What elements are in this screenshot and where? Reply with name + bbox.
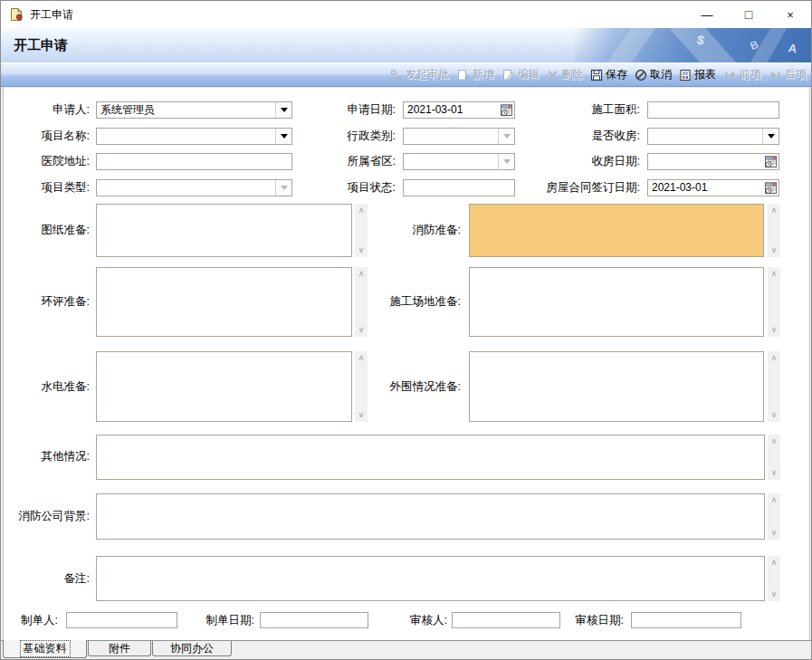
banner-decoration: $ B A bbox=[574, 28, 811, 62]
minimize-button[interactable]: — bbox=[686, 1, 728, 28]
surroundings-prep-scrollbar[interactable] bbox=[768, 351, 780, 422]
drawing-prep-textarea[interactable] bbox=[96, 204, 352, 257]
env-prep-textarea[interactable] bbox=[96, 267, 352, 337]
create-date-label: 制单日期: bbox=[191, 612, 254, 629]
edit-button[interactable]: 编辑 bbox=[498, 64, 543, 85]
previous-item-button[interactable]: 前项 bbox=[720, 64, 765, 85]
delete-button[interactable]: 删除 bbox=[543, 64, 587, 85]
start-approval-button[interactable]: 发起审批 bbox=[386, 64, 453, 85]
save-button[interactable]: 保存 bbox=[587, 64, 631, 85]
construction-area-label: 施工面积: bbox=[544, 101, 640, 119]
scroll-down-icon[interactable] bbox=[355, 410, 368, 420]
next-item-button[interactable]: 后项 bbox=[765, 64, 810, 85]
edit-pencil-icon bbox=[502, 69, 515, 81]
remark-scrollbar[interactable] bbox=[768, 556, 780, 601]
applicant-value: 系统管理员 bbox=[100, 103, 155, 117]
creator-input[interactable] bbox=[66, 612, 177, 628]
house-accepted-label: 是否收房: bbox=[544, 128, 640, 145]
contract-sign-date-label: 房屋合同签订日期: bbox=[526, 179, 640, 196]
hospital-address-label: 医院地址: bbox=[8, 153, 90, 170]
surroundings-prep-textarea[interactable] bbox=[469, 351, 764, 422]
tab-attachments[interactable]: 附件 bbox=[88, 641, 151, 656]
other-info-label: 其他情况: bbox=[8, 448, 90, 465]
apply-date-value: 2021-03-01 bbox=[407, 103, 463, 117]
other-info-scrollbar[interactable] bbox=[768, 435, 780, 480]
tab-collaboration[interactable]: 协同办公 bbox=[152, 641, 232, 656]
save-floppy-icon bbox=[590, 69, 603, 81]
chevron-down-icon[interactable] bbox=[498, 154, 514, 169]
scroll-up-icon[interactable] bbox=[768, 269, 780, 279]
house-accept-date-label: 收房日期: bbox=[544, 153, 640, 170]
province-combobox[interactable] bbox=[403, 153, 515, 170]
scroll-up-icon[interactable] bbox=[355, 269, 368, 279]
scroll-down-icon[interactable] bbox=[768, 468, 780, 478]
project-type-combobox[interactable] bbox=[96, 179, 292, 196]
fire-prep-textarea[interactable] bbox=[469, 204, 764, 257]
chevron-down-icon[interactable] bbox=[275, 102, 291, 118]
env-prep-scrollbar[interactable] bbox=[355, 267, 368, 337]
apply-date-field[interactable]: 2021-03-01 bbox=[403, 101, 515, 119]
surroundings-prep-label: 外围情况准备: bbox=[372, 378, 461, 396]
scroll-down-icon[interactable] bbox=[355, 325, 368, 335]
calendar-icon[interactable] bbox=[763, 155, 778, 168]
remark-textarea[interactable] bbox=[96, 556, 765, 601]
project-status-input[interactable] bbox=[403, 179, 515, 196]
scroll-up-icon[interactable] bbox=[355, 353, 368, 363]
drawing-prep-scrollbar[interactable] bbox=[355, 204, 368, 257]
scroll-up-icon[interactable] bbox=[768, 206, 780, 215]
scroll-up-icon[interactable] bbox=[768, 436, 780, 446]
utilities-prep-textarea[interactable] bbox=[96, 351, 352, 422]
chevron-down-icon[interactable] bbox=[498, 129, 514, 144]
scroll-down-icon[interactable] bbox=[768, 410, 780, 420]
app-icon bbox=[9, 7, 24, 22]
scroll-up-icon[interactable] bbox=[768, 353, 780, 363]
chevron-down-icon[interactable] bbox=[275, 129, 291, 144]
fire-prep-label: 消防准备: bbox=[381, 222, 461, 239]
auditor-input[interactable] bbox=[452, 612, 560, 628]
utilities-prep-scrollbar[interactable] bbox=[355, 351, 368, 422]
scroll-up-icon[interactable] bbox=[768, 495, 780, 505]
admin-category-combobox[interactable] bbox=[403, 128, 515, 145]
scroll-down-icon[interactable] bbox=[768, 325, 780, 335]
chevron-down-icon[interactable] bbox=[275, 180, 291, 196]
scroll-down-icon[interactable] bbox=[768, 528, 780, 538]
creator-label: 制单人: bbox=[8, 612, 58, 629]
project-type-label: 项目类型: bbox=[8, 179, 90, 196]
page-title: 开工申请 bbox=[14, 37, 68, 54]
site-prep-textarea[interactable] bbox=[469, 267, 764, 337]
calendar-icon[interactable] bbox=[763, 181, 778, 195]
cancel-button[interactable]: 取消 bbox=[631, 64, 675, 85]
calendar-icon[interactable] bbox=[499, 103, 513, 117]
site-prep-scrollbar[interactable] bbox=[768, 267, 780, 337]
chevron-down-icon[interactable] bbox=[762, 129, 779, 144]
drawing-prep-label: 图纸准备: bbox=[8, 222, 90, 239]
window-title: 开工申请 bbox=[30, 7, 73, 23]
toolbar: 发起审批 新增 编辑 删除 保存 取消 报表 前项 bbox=[1, 62, 811, 87]
scroll-down-icon[interactable] bbox=[355, 245, 368, 255]
applicant-combobox[interactable]: 系统管理员 bbox=[96, 101, 292, 119]
report-button[interactable]: 报表 bbox=[675, 64, 720, 85]
house-accept-date-field[interactable] bbox=[647, 153, 779, 170]
scroll-down-icon[interactable] bbox=[768, 589, 780, 599]
fire-prep-scrollbar[interactable] bbox=[768, 204, 780, 257]
fire-company-bg-textarea[interactable] bbox=[96, 493, 765, 540]
construction-area-input[interactable] bbox=[647, 101, 779, 119]
maximize-button[interactable]: □ bbox=[728, 1, 769, 28]
fire-company-bg-scrollbar[interactable] bbox=[768, 493, 780, 540]
add-new-button[interactable]: 新增 bbox=[453, 64, 498, 85]
next-arrow-icon bbox=[769, 70, 782, 81]
hospital-address-input[interactable] bbox=[96, 153, 292, 170]
tab-basic-info[interactable]: 基础资料 bbox=[3, 640, 87, 658]
audit-date-input[interactable] bbox=[631, 612, 741, 628]
close-button[interactable]: × bbox=[769, 1, 811, 28]
scroll-up-icon[interactable] bbox=[355, 206, 368, 215]
scroll-down-icon[interactable] bbox=[768, 245, 780, 255]
env-prep-label: 环评准备: bbox=[8, 293, 90, 311]
other-info-textarea[interactable] bbox=[96, 435, 765, 480]
create-date-input[interactable] bbox=[260, 612, 368, 628]
contract-sign-date-field[interactable]: 2021-03-01 bbox=[647, 179, 779, 196]
scroll-up-icon[interactable] bbox=[768, 558, 780, 568]
project-name-combobox[interactable] bbox=[96, 128, 292, 145]
house-accepted-combobox[interactable] bbox=[647, 128, 779, 145]
contract-sign-date-value: 2021-03-01 bbox=[652, 181, 707, 195]
